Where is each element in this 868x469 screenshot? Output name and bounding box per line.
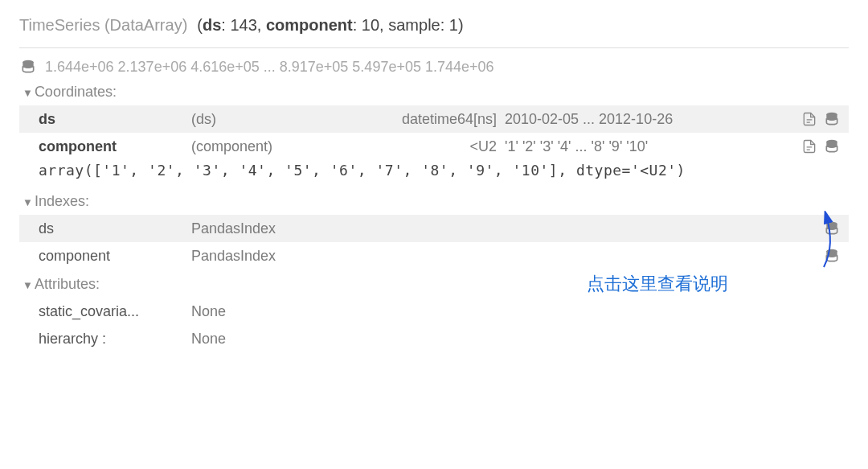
dataarray-header: TimeSeries (DataArray) (ds: 143, compone… bbox=[19, 16, 849, 48]
index-type: PandasIndex bbox=[191, 220, 823, 237]
section-indexes[interactable]: ▼Indexes: bbox=[23, 193, 849, 210]
index-type: PandasIndex bbox=[191, 248, 823, 265]
coord-dim: (ds) bbox=[191, 111, 352, 128]
index-name: ds bbox=[39, 220, 191, 237]
coord-name: ds bbox=[39, 111, 191, 128]
database-icon[interactable] bbox=[823, 138, 841, 155]
dataarray-title: TimeSeries (DataArray) bbox=[19, 16, 187, 35]
attr-label: hierarchy : bbox=[39, 331, 191, 348]
attr-value: None bbox=[191, 303, 841, 320]
attrs-icon[interactable] bbox=[800, 138, 818, 155]
section-attributes[interactable]: ▼Attributes: bbox=[23, 276, 849, 293]
caret-down-icon: ▼ bbox=[23, 279, 33, 291]
coord-row-component: component (component) <U2 '1' '2' '3' '4… bbox=[19, 133, 849, 160]
index-row-ds: ds PandasIndex bbox=[19, 215, 849, 242]
coord-values: 2010-02-05 ... 2012-10-26 bbox=[505, 111, 800, 128]
caret-down-icon: ▼ bbox=[23, 196, 33, 208]
coord-name: component bbox=[39, 138, 191, 155]
values-preview-row[interactable]: 1.644e+06 2.137e+06 4.616e+05 ... 8.917e… bbox=[19, 58, 849, 76]
attr-row-hierarchy: hierarchy : None bbox=[19, 325, 849, 352]
component-array-repr: array(['1', '2', '3', '4', '5', '6', '7'… bbox=[19, 160, 849, 187]
coord-dtype: <U2 bbox=[352, 138, 505, 155]
section-coordinates[interactable]: ▼Coordinates: bbox=[23, 84, 849, 101]
database-icon bbox=[19, 58, 37, 76]
coord-dim: (component) bbox=[191, 138, 352, 155]
coord-values: '1' '2' '3' '4' ... '8' '9' '10' bbox=[505, 138, 800, 155]
attr-row-static-covariates: static_covaria... None bbox=[19, 298, 849, 325]
attrs-icon[interactable] bbox=[800, 110, 818, 128]
dataarray-dims: (ds: 143, component: 10, sample: 1) bbox=[197, 16, 463, 35]
attr-label: static_covaria... bbox=[39, 303, 191, 320]
database-icon[interactable] bbox=[823, 220, 841, 237]
database-icon[interactable] bbox=[823, 247, 841, 265]
coord-dtype: datetime64[ns] bbox=[352, 111, 505, 128]
coord-row-ds: ds (ds) datetime64[ns] 2010-02-05 ... 20… bbox=[19, 105, 849, 133]
database-icon[interactable] bbox=[823, 110, 841, 128]
index-name: component bbox=[39, 248, 191, 265]
values-preview-text: 1.644e+06 2.137e+06 4.616e+05 ... 8.917e… bbox=[45, 59, 494, 76]
index-row-component: component PandasIndex bbox=[19, 242, 849, 269]
caret-down-icon: ▼ bbox=[23, 87, 33, 99]
attr-value: None bbox=[191, 331, 841, 348]
